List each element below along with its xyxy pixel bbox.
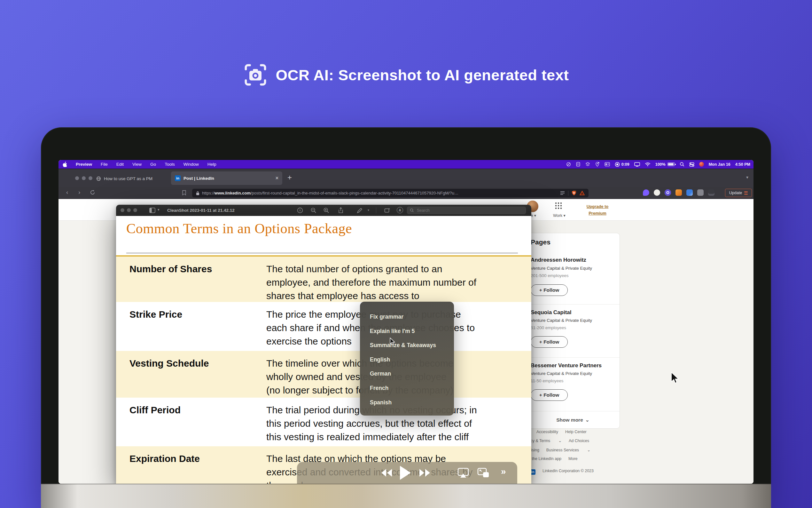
menubar-app-icon-1[interactable] (566, 162, 571, 167)
company-name[interactable]: Andreessen Horowitz (531, 257, 586, 263)
menubar-app-icon-4[interactable] (595, 162, 600, 167)
pin-extension-icon[interactable] (643, 189, 649, 196)
menu-item-english[interactable]: English (370, 356, 454, 371)
info-icon[interactable] (297, 207, 303, 215)
table-row: Number of Shares The total number of opt… (116, 255, 531, 302)
menu-item-fix-grammar[interactable]: Fix grammar (370, 313, 454, 328)
blue-extension-icon[interactable] (686, 189, 693, 196)
tab-close-icon[interactable]: × (276, 175, 279, 181)
wallet-extension-icon[interactable] (708, 189, 715, 196)
search-input[interactable] (416, 208, 512, 213)
puzzle-extension-icon[interactable] (697, 189, 704, 196)
menu-go[interactable]: Go (150, 162, 156, 167)
markup-pencil-icon[interactable] (356, 207, 363, 215)
reload-button[interactable] (90, 190, 95, 197)
new-tab-button[interactable]: + (287, 173, 292, 182)
annotate-icon[interactable]: A (397, 207, 403, 213)
window-minimize-button[interactable] (127, 208, 131, 212)
table-row: Strike Price The price the employee must… (116, 302, 531, 351)
rewind-button[interactable] (381, 468, 392, 477)
follow-button[interactable]: + Follow (531, 284, 568, 296)
footer-links-row2[interactable]: Privacy & Terms ⌄Ad Choices (521, 438, 596, 443)
menu-tools[interactable]: Tools (164, 162, 175, 167)
zoom-in-icon[interactable] (323, 207, 329, 215)
purple-extension-icon[interactable] (665, 189, 671, 196)
company-industry: Venture Capital & Private Equity (531, 371, 592, 376)
mouse-cursor-icon (671, 372, 679, 384)
fox-extension-icon[interactable] (675, 189, 682, 196)
display-mirroring-icon[interactable] (634, 162, 640, 167)
company-name[interactable]: Bessemer Venture Partners (531, 363, 602, 369)
menu-edit[interactable]: Edit (116, 162, 124, 167)
upgrade-line1: Upgrade to (579, 203, 616, 210)
document-page: Common Terms in an Options Package Numbe… (116, 216, 531, 484)
definition-line: exercise the options (266, 336, 352, 347)
screen-record-indicator[interactable]: 0:09 (615, 162, 629, 167)
play-button[interactable] (399, 465, 412, 480)
tab-gpt-article[interactable]: How to use GPT as a PM (96, 173, 152, 184)
menu-window[interactable]: Window (184, 162, 199, 167)
menu-item-spanish[interactable]: Spanish (370, 399, 454, 414)
menu-item-summarize-takeaways[interactable]: Summarize & Takeaways (370, 342, 454, 356)
browser-close-button[interactable] (75, 176, 79, 180)
menubar-app-icon-5[interactable] (605, 162, 610, 166)
reader-mode-icon[interactable] (560, 191, 565, 195)
upgrade-premium-link[interactable]: Upgrade to Premium (579, 203, 616, 217)
menu-item-explain-like-im-5[interactable]: Explain like I'm 5 (370, 328, 454, 342)
crop-rotate-icon[interactable] (384, 207, 390, 215)
apple-logo-icon[interactable] (62, 162, 67, 167)
spotlight-search-icon[interactable] (680, 162, 684, 167)
share-icon[interactable] (338, 207, 344, 215)
company-name[interactable]: Sequoia Capital (531, 309, 572, 316)
menubar-date[interactable]: Mon Jan 16 (709, 162, 730, 167)
browser-minimize-button[interactable] (82, 176, 86, 180)
preview-title-bar[interactable]: ▾ CleanShot 2023-01-11 at 21.42.12 ▾ A (116, 205, 531, 216)
tab-linkedin-post[interactable]: in Post | LinkedIn × (171, 171, 282, 185)
colored-app-icon[interactable] (699, 162, 704, 167)
menu-item-german[interactable]: German (370, 371, 454, 385)
follow-button[interactable]: + Follow (531, 336, 568, 348)
url-bar[interactable]: https://www.linkedin.com/posts/first-rou… (192, 189, 588, 197)
browser-zoom-button[interactable] (89, 176, 92, 180)
menubar-time[interactable]: 4:50 PM (735, 162, 750, 167)
follow-button[interactable]: + Follow (531, 389, 568, 401)
sidebar-chevron-icon[interactable]: ▾ (158, 208, 159, 212)
work-grid-icon[interactable] (555, 202, 562, 210)
window-title: CleanShot 2023-01-11 at 21.42.12 (167, 208, 235, 213)
nav-work-label[interactable]: Work ▾ (553, 213, 566, 218)
back-button[interactable]: ‹ (66, 189, 68, 196)
forward-button[interactable]: › (78, 189, 80, 196)
recording-time: 0:09 (621, 162, 629, 167)
battery-indicator[interactable]: 100% (655, 162, 675, 167)
preview-search-field[interactable] (407, 207, 526, 214)
tab-list-chevron-icon[interactable]: ▾ (746, 175, 748, 180)
sidebar-toggle-icon[interactable] (149, 208, 155, 213)
menu-view[interactable]: View (132, 162, 142, 167)
picture-in-picture-button[interactable] (477, 468, 489, 478)
menu-app-name[interactable]: Preview (76, 162, 92, 167)
zoom-out-icon[interactable] (311, 207, 317, 215)
ghost-extension-icon[interactable] (654, 189, 660, 196)
wifi-icon[interactable] (645, 162, 651, 166)
airplay-button[interactable] (458, 468, 469, 478)
update-button[interactable]: Update (725, 189, 752, 197)
show-more-button[interactable]: Show more ⌄ (526, 411, 620, 428)
triangle-extension-icon[interactable] (580, 190, 585, 196)
window-zoom-button[interactable] (133, 208, 137, 212)
menu-file[interactable]: File (101, 162, 108, 167)
menu-item-french[interactable]: French (370, 385, 454, 399)
footer-links-row4[interactable]: Get the LinkedIn appMore (524, 457, 585, 461)
control-center-icon[interactable] (689, 162, 695, 167)
window-close-button[interactable] (121, 208, 124, 212)
more-controls-button[interactable]: » (501, 466, 506, 477)
menubar-app-icon-2[interactable] (576, 162, 580, 167)
shield-extension-icon[interactable] (572, 190, 576, 196)
term-label: Cliff Period (130, 405, 181, 416)
markup-chevron-icon[interactable]: ▾ (368, 208, 369, 212)
browser-tab-strip: How to use GPT as a PM in Post | LinkedI… (58, 169, 754, 187)
footer-links-row1[interactable]: AccessibilityHelp Center (536, 430, 594, 434)
bookmark-icon[interactable] (182, 190, 186, 197)
menubar-app-icon-3[interactable] (585, 162, 590, 167)
menu-help[interactable]: Help (207, 162, 217, 167)
fast-forward-button[interactable] (419, 468, 431, 477)
